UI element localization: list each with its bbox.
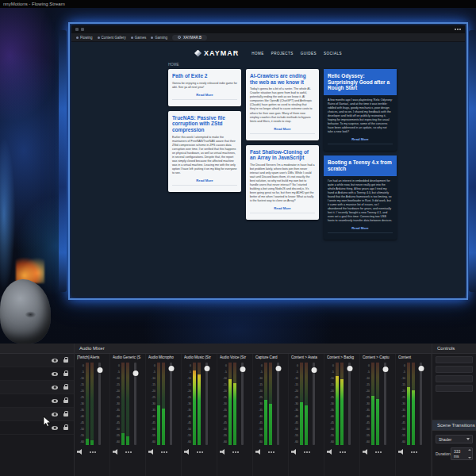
- site-nav-item[interactable]: GUIDES: [301, 52, 317, 56]
- volume-slider[interactable]: [241, 363, 244, 445]
- lock-icon[interactable]: [63, 413, 68, 417]
- lock-icon[interactable]: [63, 400, 68, 404]
- read-more-link[interactable]: Read More: [250, 206, 315, 210]
- transition-select[interactable]: Shader: [436, 435, 473, 443]
- address-bar[interactable]: XAYMAR.B: [172, 35, 207, 40]
- volume-slider-handle[interactable]: [311, 367, 317, 373]
- mute-speaker-icon[interactable]: [291, 449, 298, 455]
- bookmark-item[interactable]: Gaming: [151, 36, 167, 40]
- source-row[interactable]: [0, 394, 74, 408]
- volume-slider[interactable]: [348, 363, 351, 445]
- mute-speaker-icon[interactable]: [77, 449, 83, 455]
- mute-speaker-icon[interactable]: [363, 449, 369, 455]
- mute-speaker-icon[interactable]: [113, 449, 119, 455]
- channel-options-icon[interactable]: [304, 451, 305, 453]
- controls-header[interactable]: Controls: [432, 344, 476, 354]
- channel-options-icon[interactable]: [375, 451, 377, 453]
- channel-options-icon[interactable]: [90, 451, 91, 453]
- lock-icon[interactable]: [63, 386, 68, 390]
- volume-meter-right: [233, 363, 236, 445]
- controls-button[interactable]: [436, 385, 473, 392]
- scene-transitions-header[interactable]: Scene Transitions: [432, 420, 476, 431]
- browser-tab-strip: [71, 25, 465, 33]
- volume-meter-left: [371, 363, 374, 445]
- channel-options-icon[interactable]: [161, 451, 163, 453]
- volume-slider-handle[interactable]: [240, 367, 245, 372]
- lock-icon[interactable]: [63, 427, 68, 431]
- channel-options-icon[interactable]: [232, 451, 234, 453]
- source-row[interactable]: [0, 381, 74, 394]
- channel-options-icon[interactable]: [411, 451, 413, 453]
- bookmark-item[interactable]: Content Gallery: [98, 36, 126, 40]
- volume-slider-handle[interactable]: [204, 366, 209, 371]
- visibility-eye-icon[interactable]: [52, 399, 58, 403]
- read-more-link[interactable]: Read More: [328, 137, 393, 141]
- volume-slider-handle[interactable]: [347, 366, 352, 371]
- mute-speaker-icon[interactable]: [184, 449, 190, 455]
- audio-mixer-header[interactable]: Audio Mixer: [75, 344, 432, 354]
- volume-slider[interactable]: [170, 363, 172, 445]
- volume-slider-handle[interactable]: [97, 367, 102, 373]
- visibility-eye-icon[interactable]: [52, 386, 58, 390]
- volume-slider[interactable]: [277, 363, 279, 445]
- source-row[interactable]: [0, 367, 74, 381]
- audio-mixer-panel: Audio Mixer [Twitch] Alerts 0 -5 -10 -15…: [75, 344, 432, 476]
- volume-slider-handle[interactable]: [168, 366, 174, 371]
- site-nav-item[interactable]: HOME: [251, 52, 264, 56]
- mixer-channel: Content 0 -5 -10 -15 -20 -25 -30 -35 -40…: [396, 354, 432, 476]
- bookmark-item[interactable]: Games: [131, 36, 147, 40]
- channel-options-icon[interactable]: [197, 451, 198, 453]
- browser-menu-icon[interactable]: [75, 28, 79, 31]
- read-more-link[interactable]: Read More: [328, 226, 393, 230]
- volume-slider[interactable]: [98, 363, 101, 445]
- preview-canvas[interactable]: Flowing Content Gallery Games Gaming XAY…: [0, 8, 476, 344]
- browser-extensions-icon[interactable]: [81, 28, 84, 31]
- window-titlebar[interactable]: nnyMotions - Flowing Stream: [0, 0, 476, 8]
- channel-options-icon[interactable]: [340, 451, 341, 453]
- card-meta: [328, 144, 393, 148]
- volume-slider-handle[interactable]: [275, 366, 281, 371]
- meter-fill: [340, 379, 344, 445]
- mute-speaker-icon[interactable]: [148, 449, 155, 455]
- bookmark-item[interactable]: Flowing: [76, 36, 93, 40]
- volume-slider-handle[interactable]: [382, 367, 388, 372]
- window-controls-icon[interactable]: [455, 29, 456, 30]
- visibility-eye-icon[interactable]: [52, 372, 58, 376]
- mute-speaker-icon[interactable]: [327, 449, 333, 455]
- source-row[interactable]: [0, 421, 74, 435]
- volume-slider[interactable]: [134, 363, 136, 445]
- controls-button[interactable]: [436, 356, 473, 363]
- mute-speaker-icon[interactable]: [220, 449, 226, 455]
- volume-slider[interactable]: [205, 363, 208, 445]
- volume-meter-right: [198, 363, 201, 445]
- site-nav-item[interactable]: PROJECTS: [271, 52, 294, 56]
- read-more-link[interactable]: Read More: [172, 93, 237, 97]
- site-nav-item[interactable]: SOCIALS: [324, 52, 342, 56]
- controls-button[interactable]: [436, 366, 473, 373]
- read-more-link[interactable]: Read More: [172, 178, 237, 182]
- volume-slider[interactable]: [313, 363, 315, 445]
- visibility-eye-icon[interactable]: [52, 359, 58, 363]
- mute-speaker-icon[interactable]: [255, 449, 262, 455]
- channel-name: Capture Card: [255, 355, 286, 361]
- volume-slider-handle[interactable]: [132, 370, 138, 376]
- controls-button[interactable]: [436, 375, 473, 382]
- lock-icon[interactable]: [63, 373, 68, 377]
- visibility-eye-icon[interactable]: [52, 426, 58, 430]
- channel-options-icon[interactable]: [268, 451, 270, 453]
- spinner-arrows-icon[interactable]: [468, 449, 471, 459]
- volume-slider[interactable]: [384, 363, 386, 445]
- source-row[interactable]: [0, 408, 74, 421]
- browser-toolbar: Flowing Content Gallery Games Gaming XAY…: [71, 33, 465, 42]
- volume-slider[interactable]: [420, 363, 422, 445]
- lock-icon[interactable]: [63, 359, 68, 363]
- mute-speaker-icon[interactable]: [398, 449, 405, 455]
- source-row[interactable]: [0, 354, 74, 367]
- channel-options-icon[interactable]: [125, 451, 127, 453]
- volume-slider-handle[interactable]: [418, 366, 424, 371]
- duration-spinner[interactable]: 333 ms: [451, 447, 473, 460]
- site-logo[interactable]: XAYMAR: [194, 49, 239, 57]
- visibility-eye-icon[interactable]: [52, 413, 58, 416]
- meter-fill: [126, 436, 129, 445]
- read-more-link[interactable]: Read More: [250, 127, 315, 131]
